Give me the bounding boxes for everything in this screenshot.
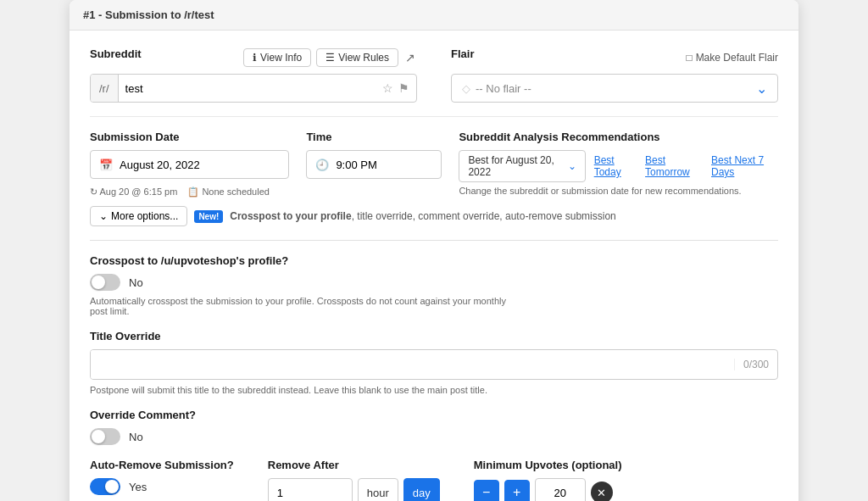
- auto-remove-label: Auto-Remove Submission?: [90, 459, 234, 471]
- auto-remove-section: Auto-Remove Submission? Yes: [90, 459, 234, 500]
- flair-diamond-icon: ◇: [462, 82, 470, 95]
- plus-icon: +: [513, 485, 520, 500]
- crosspost-section: Crosspost to /u/upvoteshop's profile? No…: [90, 254, 778, 316]
- date-sub1: ↻ Aug 20 @ 6:15 pm: [90, 186, 177, 198]
- time-field[interactable]: [336, 159, 478, 171]
- title-override-label: Title Override: [90, 330, 778, 342]
- crosspost-toggle-label: No: [129, 276, 143, 289]
- flair-value: -- No flair --: [476, 82, 531, 95]
- day-unit-button[interactable]: day: [403, 478, 440, 501]
- divider-1: [90, 116, 778, 117]
- minus-icon: −: [482, 485, 490, 500]
- char-count: 0/300: [734, 359, 777, 370]
- view-rules-button[interactable]: ☰ View Rules: [316, 48, 398, 67]
- subreddit-input[interactable]: [119, 82, 376, 95]
- remove-after-label: Remove After: [268, 459, 440, 471]
- title-override-note: Postpone will submit this title to the s…: [90, 385, 778, 395]
- bookmark-icon[interactable]: ⚑: [398, 81, 409, 95]
- star-icon[interactable]: ☆: [382, 81, 393, 95]
- more-options-button[interactable]: ⌄ More options...: [90, 206, 187, 226]
- window-title: #1 - Submission to /r/test: [83, 8, 214, 21]
- title-override-section: Title Override 0/300 Postpone will submi…: [90, 330, 778, 395]
- auto-remove-toggle-label: Yes: [129, 481, 147, 493]
- time-input[interactable]: 🕘: [306, 150, 442, 179]
- hour-unit-button[interactable]: hour: [358, 478, 398, 501]
- subreddit-input-wrap: /r/ ☆ ⚑: [90, 74, 417, 103]
- flair-dropdown[interactable]: ◇ -- No flair -- ⌄: [451, 74, 778, 103]
- more-options-description: Crosspost to your profile, title overrid…: [230, 210, 615, 222]
- best-date-value: Best for August 20, 2022: [468, 154, 562, 178]
- remove-after-section: Remove After hour day: [268, 459, 440, 501]
- title-override-input-wrap: 0/300: [90, 349, 778, 380]
- make-default-flair[interactable]: □ Make Default Flair: [686, 52, 778, 64]
- bottom-row: Auto-Remove Submission? Yes Remove After…: [90, 459, 778, 501]
- date-sub2: 📋 None scheduled: [187, 186, 270, 198]
- best-next-7-days-link[interactable]: Best Next 7 Days: [711, 154, 778, 178]
- main-window: #1 - Submission to /r/test Subreddit ℹ V…: [70, 0, 798, 501]
- upvotes-plus-button[interactable]: +: [504, 480, 530, 501]
- min-upvotes-label: Minimum Upvotes (optional): [474, 459, 687, 471]
- submission-date-label: Submission Date: [90, 131, 289, 143]
- date-field[interactable]: [120, 159, 280, 171]
- bookmark-flair-icon: □: [686, 52, 692, 64]
- new-badge: New!: [194, 210, 223, 223]
- crosspost-toggle[interactable]: [90, 274, 120, 291]
- external-link-button[interactable]: ↗: [403, 49, 417, 66]
- best-today-link[interactable]: Best Today: [594, 154, 637, 178]
- analysis-label: Subreddit Analysis Recommendations: [459, 131, 778, 143]
- crosspost-label: Crosspost to /u/upvoteshop's profile?: [90, 254, 778, 267]
- time-label: Time: [306, 131, 442, 143]
- schedule-icon: 📋: [187, 186, 199, 197]
- more-options-bar: ⌄ More options... New! Crosspost to your…: [90, 198, 778, 226]
- time-icon: 🕘: [315, 159, 329, 171]
- chevron-down-icon: ⌄: [756, 81, 767, 97]
- flair-label: Flair: [451, 47, 474, 60]
- rules-icon: ☰: [326, 52, 335, 64]
- override-comment-label: Override Comment?: [90, 409, 778, 421]
- remove-after-input[interactable]: [268, 478, 353, 501]
- upvotes-input[interactable]: [535, 478, 586, 501]
- calendar-icon: 📅: [99, 159, 113, 171]
- info-icon: ℹ: [253, 52, 257, 64]
- crosspost-note: Automatically crosspost the submission t…: [90, 296, 514, 316]
- best-date-dropdown[interactable]: Best for August 20, 2022 ⌄: [459, 150, 585, 182]
- subreddit-label: Subreddit: [90, 47, 142, 60]
- subreddit-prefix: /r/: [91, 75, 119, 102]
- title-override-input[interactable]: [91, 350, 734, 379]
- title-bar: #1 - Submission to /r/test: [70, 0, 798, 31]
- clock-icon: ↻: [90, 186, 97, 197]
- override-comment-toggle[interactable]: [90, 428, 120, 445]
- chevron-right-icon: ⌄: [99, 210, 108, 222]
- analysis-note: Change the subreddit or submission date …: [459, 186, 778, 196]
- best-tomorrow-link[interactable]: Best Tomorrow: [645, 154, 703, 178]
- upvotes-clear-button[interactable]: ✕: [591, 482, 613, 501]
- min-upvotes-section: Minimum Upvotes (optional) − + ✕ Only re…: [474, 459, 687, 501]
- override-comment-section: Override Comment? No: [90, 409, 778, 445]
- auto-remove-toggle[interactable]: [90, 478, 120, 495]
- section-divider: [90, 240, 778, 241]
- upvotes-minus-button[interactable]: −: [474, 480, 499, 501]
- best-date-chevron: ⌄: [568, 160, 576, 172]
- override-comment-toggle-label: No: [129, 431, 143, 443]
- view-info-button[interactable]: ℹ View Info: [243, 48, 311, 67]
- submission-date-input[interactable]: 📅: [90, 150, 289, 179]
